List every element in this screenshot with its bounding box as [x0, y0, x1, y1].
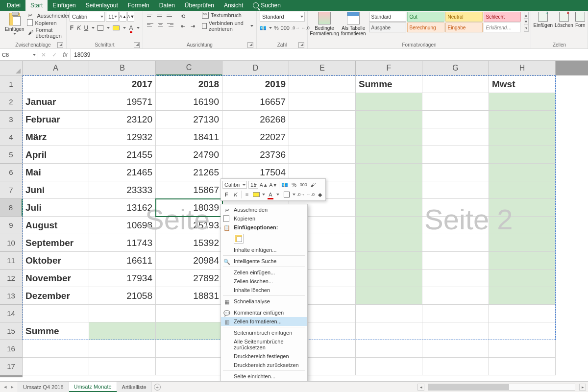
ribbon-tab-ansicht[interactable]: Ansicht: [219, 0, 248, 11]
style-chip-ausgabe[interactable]: Ausgabe: [369, 23, 406, 32]
column-header-E[interactable]: E: [289, 61, 356, 75]
mini-increase-font[interactable]: A▲: [260, 180, 268, 189]
cm-insert-cells[interactable]: Zellen einfügen...: [221, 268, 307, 277]
cell-styles-gallery[interactable]: StandardGutNeutralSchlechtAusgabeBerechn…: [369, 12, 521, 32]
cell[interactable]: 26268: [222, 111, 289, 128]
ribbon-tab-daten[interactable]: Daten: [154, 0, 180, 11]
cell[interactable]: [356, 270, 422, 287]
style-chip-berechnung[interactable]: Berechnung: [407, 23, 444, 32]
number-launcher[interactable]: ◢: [298, 42, 304, 48]
ribbon-tab-formeln[interactable]: Formeln: [123, 0, 154, 11]
accounting-button[interactable]: 💶: [260, 24, 267, 32]
cm-paste-special[interactable]: Inhalte einfügen...: [221, 245, 307, 254]
font-launcher[interactable]: ◢: [134, 42, 140, 48]
formula-input[interactable]: 18039: [71, 49, 588, 60]
cell[interactable]: [422, 270, 489, 287]
ribbon-tab-start[interactable]: Start: [25, 0, 48, 11]
column-header-H[interactable]: H: [489, 61, 556, 75]
cm-format-cells[interactable]: ▥Zellen formatieren...: [221, 317, 307, 326]
cell[interactable]: [422, 305, 489, 322]
paste-button[interactable]: Einfügen: [3, 12, 26, 36]
cell[interactable]: [23, 340, 89, 358]
cm-reset-breaks[interactable]: Alle Seitenumbrüche zurücksetzen: [221, 337, 307, 352]
column-header-F[interactable]: F: [356, 61, 422, 75]
cm-clear-contents[interactable]: Inhalte löschen: [221, 286, 307, 294]
cell[interactable]: [289, 146, 356, 164]
cell[interactable]: 21265: [156, 164, 222, 181]
cm-delete-cells[interactable]: Zellen löschen...: [221, 277, 307, 286]
cell[interactable]: Oktober: [23, 252, 89, 270]
mini-size-combo[interactable]: 11: [248, 181, 258, 189]
cell[interactable]: [422, 75, 489, 93]
cm-cut[interactable]: Ausschneiden: [221, 205, 307, 214]
cell[interactable]: [289, 111, 356, 128]
cell[interactable]: [156, 358, 222, 375]
sheet-nav[interactable]: ◂▸: [0, 382, 18, 392]
cell[interactable]: 15867: [156, 181, 222, 199]
style-chip-neutral[interactable]: Neutral: [445, 12, 483, 22]
cell[interactable]: 21455: [89, 146, 156, 164]
mini-bold[interactable]: F: [222, 190, 230, 199]
cell[interactable]: [356, 305, 422, 322]
column-header-D[interactable]: D: [222, 61, 289, 75]
mini-percent[interactable]: %: [290, 180, 298, 189]
ribbon-tab-überprüfen[interactable]: Überprüfen: [180, 0, 219, 11]
percent-button[interactable]: %: [274, 24, 279, 32]
cell[interactable]: [89, 305, 156, 322]
cell[interactable]: [356, 146, 422, 164]
cell[interactable]: [422, 181, 489, 199]
mini-accounting[interactable]: 💶: [281, 180, 289, 189]
increase-font-button[interactable]: A▲: [120, 12, 126, 22]
mini-border[interactable]: [283, 190, 291, 199]
cell[interactable]: [489, 181, 556, 199]
cell[interactable]: [489, 340, 556, 358]
conditional-formatting-button[interactable]: Bedingte Formatierung: [311, 12, 338, 36]
delete-cells-button[interactable]: Löschen: [555, 12, 573, 28]
row-header-16[interactable]: 16: [0, 340, 23, 358]
cell[interactable]: [289, 128, 356, 146]
cell[interactable]: [489, 93, 556, 111]
cell[interactable]: 16190: [156, 93, 222, 111]
cell[interactable]: 27130: [156, 111, 222, 128]
cell[interactable]: Dezember: [23, 287, 89, 305]
format-cells-button[interactable]: Forn: [575, 12, 586, 28]
cell[interactable]: [23, 305, 89, 322]
cell[interactable]: 12932: [89, 128, 156, 146]
cell[interactable]: [489, 128, 556, 146]
cancel-formula-icon[interactable]: ✕: [38, 51, 49, 58]
cell[interactable]: [489, 322, 556, 340]
cell[interactable]: 21465: [89, 164, 156, 181]
ribbon-tab-einfügen[interactable]: Einfügen: [48, 0, 80, 11]
cell[interactable]: 11743: [89, 234, 156, 252]
cell[interactable]: 18039: [156, 199, 222, 217]
fx-icon[interactable]: fx: [60, 51, 71, 58]
row-header-3[interactable]: 3: [0, 111, 23, 128]
copy-button[interactable]: Kopieren: [28, 20, 71, 26]
decrease-font-button[interactable]: A▼: [127, 12, 134, 22]
cell[interactable]: [89, 322, 156, 340]
cell[interactable]: [422, 111, 489, 128]
cell[interactable]: März: [23, 128, 89, 146]
cell[interactable]: 18831: [156, 287, 222, 305]
cell[interactable]: [356, 252, 422, 270]
mini-decrease-font[interactable]: A▼: [270, 180, 278, 189]
cell[interactable]: 15392: [156, 234, 222, 252]
mini-fill[interactable]: [252, 190, 260, 199]
cell[interactable]: Summe: [356, 75, 422, 93]
row-header-11[interactable]: 11: [0, 252, 23, 270]
row-header-14[interactable]: 14: [0, 305, 23, 322]
sheet-tab-2[interactable]: Artikelliste: [117, 382, 152, 392]
cell[interactable]: [422, 164, 489, 181]
cm-page-setup[interactable]: Seite einrichten...: [221, 372, 307, 381]
merge-center-button[interactable]: Verbinden und zentrieren: [202, 20, 253, 32]
style-chip-gut[interactable]: Gut: [407, 12, 444, 22]
mini-italic[interactable]: K: [232, 190, 240, 199]
font-name-combo[interactable]: Calibri: [70, 12, 105, 22]
cm-insert-comment[interactable]: 💬Kommentar einfügen: [221, 308, 307, 317]
cell[interactable]: [422, 217, 489, 234]
cell[interactable]: [356, 164, 422, 181]
row-header-10[interactable]: 10: [0, 234, 23, 252]
paste-option-all[interactable]: [234, 234, 244, 244]
cell[interactable]: [489, 305, 556, 322]
cell[interactable]: [356, 234, 422, 252]
